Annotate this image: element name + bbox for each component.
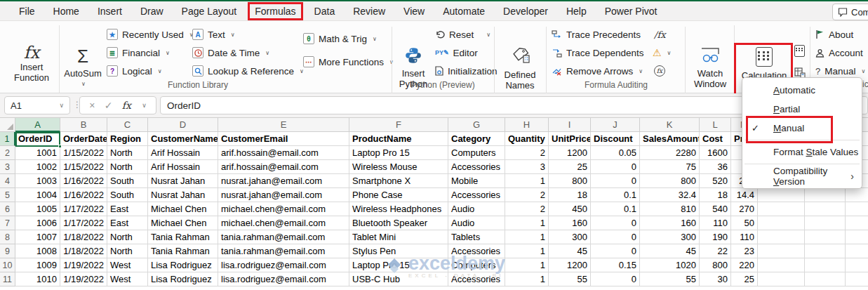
cell-O6[interactable]: [805, 202, 846, 216]
fill-handle[interactable]: [58, 145, 62, 148]
cell-K11[interactable]: 55: [640, 272, 700, 286]
show-formulas-button[interactable]: ∕fx: [654, 26, 666, 43]
col-header-G[interactable]: G: [448, 118, 505, 132]
cell-O5[interactable]: [805, 188, 846, 202]
cell-C9[interactable]: North: [107, 244, 148, 258]
cell-J1[interactable]: Discount: [591, 132, 640, 146]
cell-N5[interactable]: [758, 188, 805, 202]
tab-power-pivot[interactable]: Power Pivot: [596, 4, 667, 19]
cell-D8[interactable]: Tania Rahman: [148, 230, 218, 244]
row-header-5[interactable]: 5: [0, 188, 15, 202]
insert-function-fx-icon[interactable]: fx: [122, 100, 131, 111]
cell-A8[interactable]: 1007: [15, 230, 60, 244]
cell-N9[interactable]: [758, 244, 805, 258]
col-header-B[interactable]: B: [60, 118, 107, 132]
remove-arrows-button[interactable]: Remove Arrows ∨: [552, 62, 643, 79]
date-time-button[interactable]: Date & Time∨: [192, 44, 269, 61]
cell-E9[interactable]: tania.rahman@email.com: [218, 244, 349, 258]
cell-L1[interactable]: Cost: [700, 132, 731, 146]
tab-draw[interactable]: Draw: [131, 4, 173, 19]
cell-B10[interactable]: 1/19/2022: [60, 258, 107, 272]
cell-F2[interactable]: Laptop Pro 15: [349, 146, 448, 160]
cell-E11[interactable]: lisa.rodriguez@email.com: [218, 272, 349, 286]
cell-H7[interactable]: 1: [505, 216, 549, 230]
row-header-6[interactable]: 6: [0, 202, 15, 216]
cell-I5[interactable]: 18: [549, 188, 591, 202]
tab-help[interactable]: Help: [557, 4, 596, 19]
col-header-F[interactable]: F: [349, 118, 448, 132]
row-header-2[interactable]: 2: [0, 146, 15, 160]
row-header-10[interactable]: 10: [0, 258, 15, 272]
cell-B7[interactable]: 1/17/2022: [60, 216, 107, 230]
cell-E10[interactable]: lisa.rodriguez@email.com: [218, 258, 349, 272]
tab-data[interactable]: Data: [305, 4, 345, 19]
cell-F11[interactable]: USB-C Hub: [349, 272, 448, 286]
trace-precedents-button[interactable]: Trace Precedents: [552, 26, 641, 43]
col-header-J[interactable]: J: [591, 118, 640, 132]
account-button[interactable]: Account ∨: [815, 44, 868, 61]
cell-H4[interactable]: 1: [505, 174, 549, 188]
cell-J7[interactable]: 0: [591, 216, 640, 230]
cell-P10[interactable]: [846, 258, 868, 272]
cell-N11[interactable]: [758, 272, 805, 286]
cell-G1[interactable]: Category: [448, 132, 505, 146]
cell-G8[interactable]: Tablets: [448, 230, 505, 244]
cell-P9[interactable]: [846, 244, 868, 258]
math-trig-button[interactable]: θ Math & Trig∨: [303, 30, 377, 47]
cell-L3[interactable]: 36: [700, 160, 731, 174]
cell-O7[interactable]: [805, 216, 846, 230]
tab-file[interactable]: File: [10, 4, 44, 19]
cell-E8[interactable]: tania.rahman@email.com: [218, 230, 349, 244]
cell-H8[interactable]: 1: [505, 230, 549, 244]
row-header-1[interactable]: 1: [0, 132, 15, 146]
cell-O9[interactable]: [805, 244, 846, 258]
cell-F1[interactable]: ProductName: [349, 132, 448, 146]
cell-K4[interactable]: 800: [640, 174, 700, 188]
tab-automate[interactable]: Automate: [434, 4, 494, 19]
cell-L9[interactable]: 22: [700, 244, 731, 258]
cell-B3[interactable]: 1/15/2022: [60, 160, 107, 174]
cell-N6[interactable]: [758, 202, 805, 216]
cell-F3[interactable]: Wireless Mouse: [349, 160, 448, 174]
watch-window-button[interactable]: Watch Window: [688, 46, 733, 89]
row-header-4[interactable]: 4: [0, 174, 15, 188]
cell-F5[interactable]: Phone Case: [349, 188, 448, 202]
cell-D7[interactable]: Michael Chen: [148, 216, 218, 230]
col-header-E[interactable]: E: [218, 118, 349, 132]
cell-F6[interactable]: Wireless Headphones: [349, 202, 448, 216]
col-header-A[interactable]: A: [15, 118, 60, 132]
cell-M6[interactable]: 270: [731, 202, 758, 216]
cell-E5[interactable]: nusrat.jahan@email.com: [218, 188, 349, 202]
cell-K2[interactable]: 2280: [640, 146, 700, 160]
cell-N10[interactable]: [758, 258, 805, 272]
initialization-button[interactable]: Initialization: [435, 62, 498, 79]
cell-G7[interactable]: Audio: [448, 216, 505, 230]
cell-D9[interactable]: Tania Rahman: [148, 244, 218, 258]
recently-used-button[interactable]: ★ Recently Used∨: [107, 26, 194, 43]
reset-button[interactable]: Reset ∨: [435, 26, 490, 43]
cell-F7[interactable]: Bluetooth Speaker: [349, 216, 448, 230]
cell-E3[interactable]: arif.hossain@email.com: [218, 160, 349, 174]
cell-J11[interactable]: 0: [591, 272, 640, 286]
cell-E4[interactable]: nusrat.jahan@email.com: [218, 174, 349, 188]
cell-D4[interactable]: Nusrat Jahan: [148, 174, 218, 188]
cell-D10[interactable]: Lisa Rodriguez: [148, 258, 218, 272]
cell-J4[interactable]: 0: [591, 174, 640, 188]
cell-G5[interactable]: Accessories: [448, 188, 505, 202]
cell-A7[interactable]: 1006: [15, 216, 60, 230]
cell-J8[interactable]: 0: [591, 230, 640, 244]
col-header-L[interactable]: L: [700, 118, 731, 132]
tab-page-layout[interactable]: Page Layout: [173, 4, 246, 19]
logical-button[interactable]: ? Logical∨: [107, 62, 162, 79]
cell-B5[interactable]: 1/16/2022: [60, 188, 107, 202]
cell-K10[interactable]: 1020: [640, 258, 700, 272]
cell-O11[interactable]: [805, 272, 846, 286]
menu-item-automatic[interactable]: Automatic: [742, 81, 862, 100]
tab-view[interactable]: View: [394, 4, 434, 19]
col-header-H[interactable]: H: [505, 118, 549, 132]
cell-J2[interactable]: 0.05: [591, 146, 640, 160]
cell-M9[interactable]: 23: [731, 244, 758, 258]
cell-L5[interactable]: 18: [700, 188, 731, 202]
cell-C8[interactable]: North: [107, 230, 148, 244]
cell-J6[interactable]: 0.1: [591, 202, 640, 216]
